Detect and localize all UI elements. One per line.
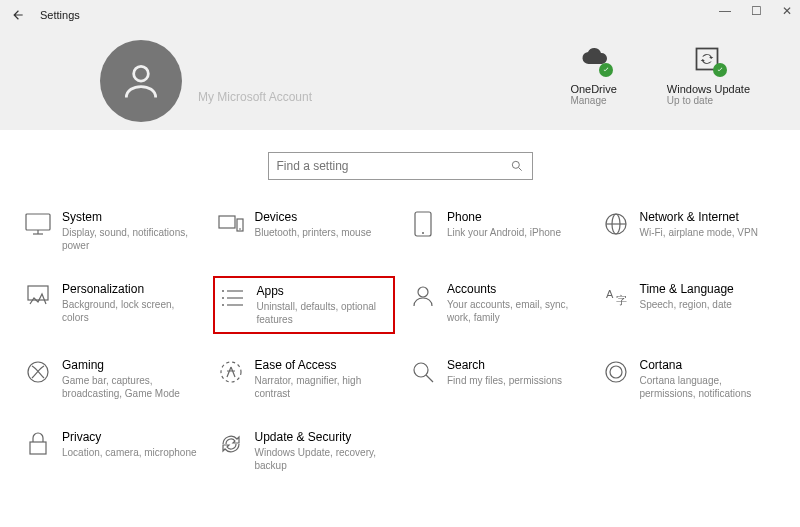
tile-sub: Speech, region, date xyxy=(640,298,777,311)
accessibility-icon xyxy=(217,358,245,386)
tile-title: Apps xyxy=(257,284,390,298)
tile-title: Time & Language xyxy=(640,282,777,296)
display-icon xyxy=(24,210,52,238)
tile-sub: Location, camera, microphone xyxy=(62,446,199,459)
svg-line-28 xyxy=(426,375,433,382)
tile-sub: Link your Android, iPhone xyxy=(447,226,584,239)
tile-sub: Your accounts, email, sync, work, family xyxy=(447,298,584,324)
globe-icon xyxy=(602,210,630,238)
xbox-icon xyxy=(24,358,52,386)
tile-sub: Game bar, captures, broadcasting, Game M… xyxy=(62,374,199,400)
check-badge-icon xyxy=(599,63,613,77)
titlebar: Settings xyxy=(0,0,800,30)
tile-sub: Wi-Fi, airplane mode, VPN xyxy=(640,226,777,239)
svg-text:字: 字 xyxy=(616,294,627,306)
svg-point-11 xyxy=(422,232,424,234)
minimize-button[interactable]: — xyxy=(719,4,731,18)
svg-rect-7 xyxy=(219,216,235,228)
search-input[interactable] xyxy=(277,159,510,173)
tile-phone[interactable]: PhoneLink your Android, iPhone xyxy=(405,204,588,258)
search-box[interactable] xyxy=(268,152,533,180)
tile-cortana[interactable]: CortanaCortana language, permissions, no… xyxy=(598,352,781,406)
svg-rect-31 xyxy=(30,442,46,454)
refresh-icon xyxy=(217,430,245,458)
window-title: Settings xyxy=(40,9,80,21)
tile-sub: Cortana language, permissions, notificat… xyxy=(640,374,777,400)
tile-apps[interactable]: AppsUninstall, defaults, optional featur… xyxy=(213,276,396,334)
phone-icon xyxy=(409,210,437,238)
tile-title: Privacy xyxy=(62,430,199,444)
tile-sub: Uninstall, defaults, optional features xyxy=(257,300,390,326)
svg-point-26 xyxy=(221,362,241,382)
tile-title: Network & Internet xyxy=(640,210,777,224)
tile-system[interactable]: SystemDisplay, sound, notifications, pow… xyxy=(20,204,203,258)
windows-update-status[interactable]: Windows Update Up to date xyxy=(667,45,750,106)
search-icon xyxy=(409,358,437,386)
svg-point-27 xyxy=(414,363,428,377)
tile-title: Accounts xyxy=(447,282,584,296)
tile-personalization[interactable]: PersonalizationBackground, lock screen, … xyxy=(20,276,203,334)
svg-rect-4 xyxy=(26,214,50,230)
tile-title: Personalization xyxy=(62,282,199,296)
svg-point-29 xyxy=(606,362,626,382)
svg-line-3 xyxy=(518,168,521,171)
back-button[interactable] xyxy=(6,3,30,27)
language-icon: A字 xyxy=(602,282,630,310)
tile-sub: Display, sound, notifications, power xyxy=(62,226,199,252)
cortana-icon xyxy=(602,358,630,386)
tile-network[interactable]: Network & InternetWi-Fi, airplane mode, … xyxy=(598,204,781,258)
tile-gaming[interactable]: GamingGame bar, captures, broadcasting, … xyxy=(20,352,203,406)
tile-title: Update & Security xyxy=(255,430,392,444)
settings-grid: SystemDisplay, sound, notifications, pow… xyxy=(0,194,800,488)
account-label: My Microsoft Account xyxy=(198,90,312,104)
tile-title: Search xyxy=(447,358,584,372)
tile-title: Ease of Access xyxy=(255,358,392,372)
status-title: Windows Update xyxy=(667,83,750,95)
tile-sub: Bluetooth, printers, mouse xyxy=(255,226,392,239)
tile-search[interactable]: SearchFind my files, permissions xyxy=(405,352,588,406)
tile-ease-of-access[interactable]: Ease of AccessNarrator, magnifier, high … xyxy=(213,352,396,406)
profile-area: My Microsoft Account xyxy=(100,40,312,122)
tile-title: Gaming xyxy=(62,358,199,372)
tile-sub: Windows Update, recovery, backup xyxy=(255,446,392,472)
devices-icon xyxy=(217,210,245,238)
svg-point-0 xyxy=(134,66,149,81)
tile-time-language[interactable]: A字 Time & LanguageSpeech, region, date xyxy=(598,276,781,334)
svg-point-2 xyxy=(512,161,519,168)
lock-icon xyxy=(24,430,52,458)
close-button[interactable]: ✕ xyxy=(782,4,792,18)
tile-accounts[interactable]: AccountsYour accounts, email, sync, work… xyxy=(405,276,588,334)
tile-title: Devices xyxy=(255,210,392,224)
status-sub: Up to date xyxy=(667,95,750,106)
svg-rect-15 xyxy=(28,286,48,300)
tile-title: Cortana xyxy=(640,358,777,372)
svg-point-19 xyxy=(222,290,224,292)
status-items: OneDrive Manage Windows Update Up to dat… xyxy=(570,45,750,106)
svg-point-20 xyxy=(222,297,224,299)
search-wrap xyxy=(0,130,800,194)
tile-title: Phone xyxy=(447,210,584,224)
tile-devices[interactable]: DevicesBluetooth, printers, mouse xyxy=(213,204,396,258)
arrow-left-icon xyxy=(11,8,25,22)
search-icon xyxy=(510,159,524,173)
person-icon xyxy=(119,59,163,103)
maximize-button[interactable]: ☐ xyxy=(751,4,762,18)
check-badge-icon xyxy=(713,63,727,77)
window-controls: — ☐ ✕ xyxy=(719,4,792,18)
tile-title: System xyxy=(62,210,199,224)
list-icon xyxy=(219,284,247,312)
svg-point-21 xyxy=(222,304,224,306)
avatar[interactable] xyxy=(100,40,182,122)
person-icon xyxy=(409,282,437,310)
onedrive-status[interactable]: OneDrive Manage xyxy=(570,45,616,106)
header: Settings — ☐ ✕ My Microsoft Account OneD… xyxy=(0,0,800,130)
tile-privacy[interactable]: PrivacyLocation, camera, microphone xyxy=(20,424,203,478)
tile-sub: Find my files, permissions xyxy=(447,374,584,387)
tile-sub: Narrator, magnifier, high contrast xyxy=(255,374,392,400)
status-sub: Manage xyxy=(570,95,616,106)
tile-update-security[interactable]: Update & SecurityWindows Update, recover… xyxy=(213,424,396,478)
tile-sub: Background, lock screen, colors xyxy=(62,298,199,324)
svg-text:A: A xyxy=(606,288,614,300)
status-title: OneDrive xyxy=(570,83,616,95)
svg-point-22 xyxy=(418,287,428,297)
